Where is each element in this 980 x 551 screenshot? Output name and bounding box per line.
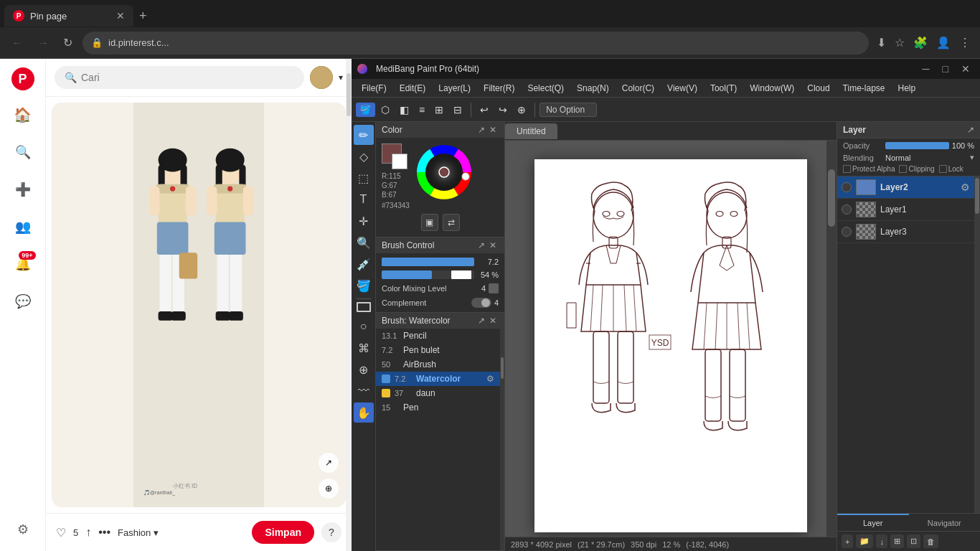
complement-toggle[interactable]	[471, 298, 491, 308]
layer-tab-layer[interactable]: Layer	[837, 514, 909, 531]
lock-check[interactable]: Lock	[939, 165, 963, 173]
tool-text[interactable]: T	[354, 189, 374, 209]
tool-ellipse[interactable]: ○	[354, 316, 374, 336]
color-wheel[interactable]	[415, 143, 473, 201]
brush-list-close[interactable]: ✕	[487, 316, 499, 326]
more-button[interactable]: •••	[98, 526, 110, 539]
bookmark-button[interactable]: ☆	[892, 34, 907, 52]
color-mixing-btn[interactable]	[489, 283, 499, 293]
user-avatar[interactable]	[310, 66, 333, 89]
refresh-button[interactable]: ↻	[59, 33, 77, 52]
help-button[interactable]: ?	[321, 522, 341, 542]
menu-timelapse[interactable]: Time-lapse	[837, 82, 891, 95]
layer-copy-btn[interactable]: ⊡	[907, 534, 920, 548]
save-button[interactable]: Simpan	[252, 521, 314, 544]
menu-cloud[interactable]: Cloud	[801, 82, 835, 95]
close-app-button[interactable]: ✕	[957, 63, 974, 75]
toolbar-gradient[interactable]: ◧	[395, 102, 413, 118]
clipping-check[interactable]: Clipping	[899, 165, 934, 173]
layer-delete-btn[interactable]: 🗑	[923, 534, 938, 548]
menu-button[interactable]: ⋮	[957, 34, 973, 52]
toolbar-text[interactable]: ≡	[415, 102, 429, 118]
watercolor-settings[interactable]: ⚙	[486, 374, 494, 384]
layer-merge-btn[interactable]: ⊞	[890, 534, 904, 548]
brush-item-watercolor[interactable]: 7.2 Watercolor ⚙	[376, 372, 500, 386]
layer-down-btn[interactable]: ↓	[876, 534, 887, 548]
layer-tab-navigator[interactable]: Navigator	[909, 514, 981, 531]
search-box[interactable]: 🔍	[55, 66, 304, 89]
download-button[interactable]: ⬇	[875, 34, 888, 52]
menu-layer[interactable]: Layer(L)	[433, 82, 476, 95]
brush-item-pencil[interactable]: 13.1 Pencil	[376, 329, 500, 343]
sidebar-messages[interactable]: 💬	[10, 288, 36, 314]
address-bar[interactable]: 🔒 id.pinterest.c...	[83, 32, 869, 55]
like-button[interactable]: ♡	[56, 526, 66, 540]
tool-rect[interactable]	[357, 302, 371, 312]
canvas-wrapper[interactable]: YSD	[534, 159, 807, 532]
active-tab[interactable]: P Pin page ✕	[4, 5, 133, 27]
color-mix-tool[interactable]: ⇄	[443, 214, 460, 231]
toolbar-paint-bucket[interactable]: 🪣	[356, 103, 375, 117]
sidebar-home[interactable]: 🏠	[10, 102, 36, 128]
chevron-button[interactable]: ▾	[339, 72, 343, 83]
brush-control-close[interactable]: ✕	[487, 240, 499, 250]
new-layer-folder-btn[interactable]: 📁	[856, 534, 873, 548]
sidebar-notifications[interactable]: 🔔 99+	[10, 251, 36, 277]
pinterest-logo[interactable]: P	[11, 67, 34, 90]
tool-smudge[interactable]: 〰	[354, 381, 374, 401]
extensions-button[interactable]: 🧩	[911, 34, 930, 52]
brush-control-expand[interactable]: ↗	[476, 240, 487, 250]
toolbar-redo[interactable]: ↪	[494, 102, 512, 118]
sidebar-search[interactable]: 🔍	[10, 139, 36, 165]
toolbar-grid[interactable]: ⊞	[430, 102, 448, 118]
toolbar-layout[interactable]: ⊟	[449, 102, 466, 118]
tool-eyedropper[interactable]: 💉	[354, 254, 374, 274]
sidebar-settings[interactable]: ⚙	[10, 517, 36, 542]
layer1-eye[interactable]	[842, 204, 852, 215]
menu-color[interactable]: Color(C)	[616, 82, 660, 95]
close-tab-button[interactable]: ✕	[116, 10, 125, 22]
tool-hand[interactable]: ✋	[354, 402, 374, 423]
tool-brush[interactable]: ✏	[354, 125, 374, 145]
color-panel-close[interactable]: ✕	[487, 125, 499, 135]
canvas-scrollbar-vertical[interactable]	[826, 141, 837, 537]
tool-lasso[interactable]: ⌘	[354, 338, 374, 358]
protect-alpha-check[interactable]: Protect Alpha	[843, 165, 895, 173]
sidebar-following[interactable]: 👥	[10, 214, 36, 240]
brush-item-daun[interactable]: 37 daun	[376, 386, 500, 400]
brush-item-airbrush[interactable]: 50 AirBrush	[376, 357, 500, 372]
brush-list-expand[interactable]: ↗	[476, 316, 487, 326]
tool-move[interactable]: ✛	[354, 211, 374, 231]
layer-item-layer2[interactable]: Layer2 ⚙	[837, 176, 974, 199]
menu-edit[interactable]: Edit(E)	[394, 82, 432, 95]
expand-button[interactable]: ↗	[319, 453, 339, 473]
layer2-settings[interactable]: ⚙	[961, 182, 970, 193]
brush-item-pen-bulet[interactable]: 7.2 Pen bulet	[376, 343, 500, 357]
pin-card-main[interactable]: 🎵@ranthail_	[52, 103, 346, 507]
tool-select[interactable]: ⬚	[354, 168, 374, 188]
tool-zoom[interactable]: 🔍	[354, 232, 374, 253]
minimize-button[interactable]: ─	[918, 63, 934, 75]
color-picker-tool[interactable]: ▣	[421, 214, 438, 231]
menu-file[interactable]: File(F)	[356, 82, 392, 95]
tool-eraser[interactable]: ◇	[354, 146, 374, 166]
browser-scrollbar[interactable]	[346, 59, 352, 551]
category-filter[interactable]: Fashion ▾	[118, 527, 159, 538]
menu-select[interactable]: Select(Q)	[522, 82, 570, 95]
secondary-swatch[interactable]	[392, 154, 407, 169]
lock-checkbox[interactable]	[939, 165, 947, 173]
opacity-slider[interactable]	[885, 142, 949, 149]
toolbar-undo[interactable]: ↩	[476, 102, 493, 118]
maximize-button[interactable]: □	[938, 63, 953, 75]
menu-tool[interactable]: Tool(T)	[705, 82, 743, 95]
protect-alpha-checkbox[interactable]	[843, 165, 851, 173]
layer3-eye[interactable]	[842, 227, 852, 237]
new-layer-btn[interactable]: +	[842, 534, 853, 548]
menu-window[interactable]: Window(W)	[744, 82, 800, 95]
brush-item-pen[interactable]: 15 Pen	[376, 400, 500, 415]
menu-view[interactable]: View(V)	[661, 82, 703, 95]
menu-snap[interactable]: Snap(N)	[571, 82, 615, 95]
tool-clone[interactable]: ⊕	[354, 359, 374, 380]
canvas-tab-untitled[interactable]: Untitled	[505, 123, 557, 139]
color-panel-expand[interactable]: ↗	[476, 125, 487, 135]
